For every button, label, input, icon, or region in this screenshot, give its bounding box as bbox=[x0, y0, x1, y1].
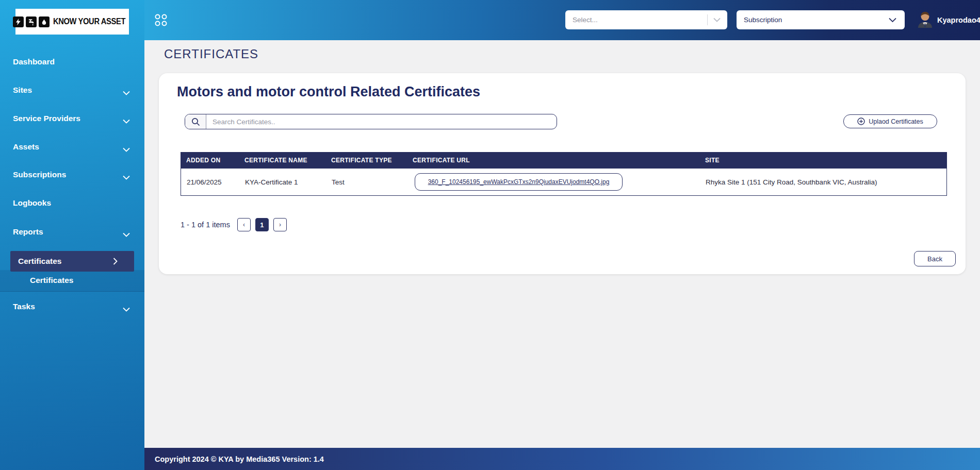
chevron-right-icon bbox=[113, 258, 118, 267]
upload-certificates-button[interactable]: Uplaod Certificates bbox=[843, 114, 937, 128]
sidebar-item-label: Dashboard bbox=[13, 57, 55, 66]
sidebar-item-assets[interactable]: Assets bbox=[0, 139, 144, 155]
card-title: Motors and motor control Related Certifi… bbox=[177, 84, 480, 100]
sidebar-item-service-providers[interactable]: Service Providers bbox=[0, 110, 144, 127]
app-logo[interactable]: KNOW YOUR ASSET bbox=[15, 9, 129, 35]
plus-circle-icon bbox=[857, 118, 865, 125]
subscription-value: Subscription bbox=[744, 16, 889, 24]
electricity-bolt-icon bbox=[13, 16, 24, 27]
sidebar: KNOW YOUR ASSET Dashboard Sites Service … bbox=[0, 0, 144, 470]
page-title: CERTIFICATES bbox=[164, 47, 258, 61]
sidebar-item-label: Subscriptions bbox=[13, 170, 66, 179]
column-header-certificate-name: CERTIFICATE NAME bbox=[239, 152, 325, 169]
certificate-file-link[interactable]: 360_F_102456195_ewWakPcxGTxs2n9QiudaxEVU… bbox=[428, 178, 610, 186]
certificates-card: Motors and motor control Related Certifi… bbox=[159, 73, 966, 274]
chevron-down-icon bbox=[889, 18, 896, 23]
chevron-down-icon bbox=[713, 18, 721, 22]
sidebar-item-tasks[interactable]: Tasks bbox=[0, 298, 144, 315]
sidebar-item-label: Certificates bbox=[30, 276, 73, 285]
sidebar-item-reports[interactable]: Reports bbox=[0, 224, 144, 240]
chevron-down-icon bbox=[123, 116, 130, 126]
chevron-down-icon bbox=[123, 305, 130, 314]
search-bar bbox=[185, 114, 557, 129]
water-tap-icon bbox=[26, 16, 37, 27]
sidebar-item-label: Assets bbox=[13, 142, 39, 152]
certificates-table: ADDED ON CERTIFICATE NAME CERTIFICATE TY… bbox=[181, 152, 947, 196]
table-row: 21/06/2025 KYA-Certificate 1 Test 360_F_… bbox=[181, 169, 947, 196]
certificate-file-button[interactable]: 360_F_102456195_ewWakPcxGTxs2n9QiudaxEVU… bbox=[415, 173, 623, 191]
topbar: Select... Subscription Kya bbox=[144, 0, 980, 40]
sidebar-item-logbooks[interactable]: Logbooks bbox=[0, 195, 144, 211]
pagination-prev-button[interactable]: ‹ bbox=[237, 218, 251, 231]
pagination-summary: 1 - 1 of 1 items bbox=[181, 221, 230, 229]
site-select-dropdown[interactable]: Select... bbox=[565, 10, 727, 29]
pagination-next-button[interactable]: › bbox=[273, 218, 287, 231]
username-label: Kyaprodao4 bbox=[937, 16, 980, 24]
sidebar-subitem-certificates[interactable]: Certificates bbox=[0, 272, 144, 289]
subscription-dropdown[interactable]: Subscription bbox=[737, 10, 905, 29]
app-root: KNOW YOUR ASSET Dashboard Sites Service … bbox=[0, 0, 980, 470]
column-header-certificate-type: CERTIFICATE TYPE bbox=[325, 152, 407, 169]
sidebar-item-label: Sites bbox=[13, 86, 32, 95]
chevron-down-icon bbox=[123, 230, 130, 239]
sidebar-item-subscriptions[interactable]: Subscriptions bbox=[0, 166, 144, 183]
chevron-down-icon bbox=[123, 145, 130, 154]
copyright-text: Copyright 2024 © KYA by Media365 Version… bbox=[155, 455, 324, 463]
sidebar-item-label: Logbooks bbox=[13, 198, 51, 208]
user-menu[interactable]: Kyaprodao4 bbox=[917, 10, 980, 30]
sidebar-item-dashboard[interactable]: Dashboard bbox=[0, 54, 144, 70]
column-header-site: SITE bbox=[699, 152, 947, 169]
cell-added-on: 21/06/2025 bbox=[181, 169, 239, 195]
sidebar-item-label: Reports bbox=[13, 227, 43, 237]
table-header-row: ADDED ON CERTIFICATE NAME CERTIFICATE TY… bbox=[181, 152, 947, 169]
select-divider bbox=[707, 14, 708, 25]
search-input[interactable] bbox=[206, 114, 557, 129]
cell-site: Rhyka Site 1 (151 City Road, Southbank V… bbox=[700, 169, 946, 195]
cell-certificate-type: Test bbox=[326, 169, 407, 195]
user-avatar bbox=[917, 10, 933, 30]
back-button[interactable]: Back bbox=[914, 251, 956, 266]
gas-flame-icon bbox=[39, 16, 50, 27]
column-header-certificate-url: CERTIFICATE URL bbox=[407, 152, 699, 169]
main-content: CERTIFICATES Motors and motor control Re… bbox=[144, 40, 980, 448]
logo-text: KNOW YOUR ASSET bbox=[53, 17, 125, 26]
cell-certificate-name: KYA-Certificate 1 bbox=[239, 169, 326, 195]
search-icon bbox=[185, 114, 206, 129]
sidebar-item-label: Certificates bbox=[18, 257, 61, 266]
pagination: 1 - 1 of 1 items ‹ 1 › bbox=[181, 218, 291, 231]
sidebar-item-sites[interactable]: Sites bbox=[0, 82, 144, 98]
column-header-added-on: ADDED ON bbox=[181, 152, 239, 169]
sidebar-item-label: Service Providers bbox=[13, 114, 80, 123]
chevron-down-icon bbox=[123, 173, 130, 182]
cell-certificate-url: 360_F_102456195_ewWakPcxGTxs2n9QiudaxEVU… bbox=[407, 169, 700, 195]
apps-grid-icon[interactable] bbox=[155, 14, 167, 28]
footer: Copyright 2024 © KYA by Media365 Version… bbox=[144, 448, 980, 470]
sidebar-item-certificates[interactable]: Certificates bbox=[10, 251, 134, 272]
pagination-page-1-button[interactable]: 1 bbox=[255, 218, 269, 231]
select-placeholder: Select... bbox=[573, 16, 707, 24]
chevron-down-icon bbox=[123, 88, 130, 97]
sidebar-item-label: Tasks bbox=[13, 302, 35, 311]
upload-button-label: Uplaod Certificates bbox=[869, 118, 923, 125]
